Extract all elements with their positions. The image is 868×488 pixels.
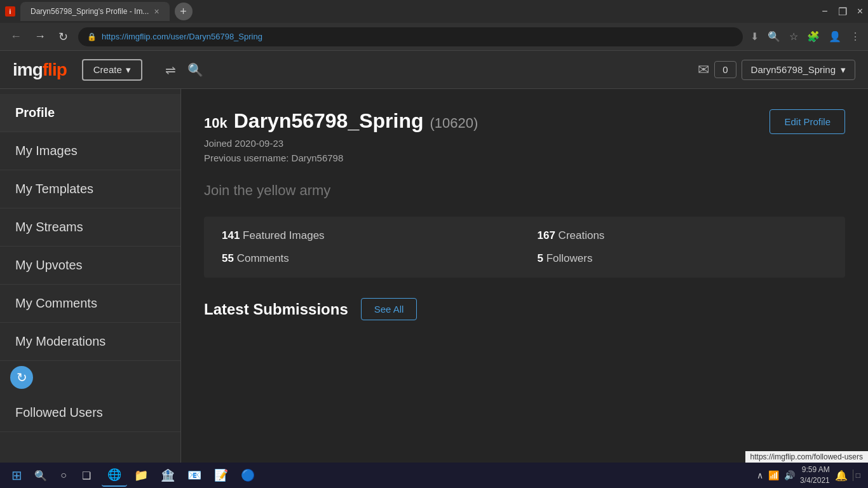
maximize-button[interactable]: ❐ (838, 6, 847, 18)
sidebar-item-followed-users[interactable]: Followed Users (0, 394, 180, 432)
logo-img-text: img (13, 60, 43, 79)
lock-icon: 🔒 (87, 32, 97, 41)
logo-flip-text: flip (43, 60, 67, 79)
url-input[interactable]: 🔒 https://imgflip.com/user/Daryn56798_Sp… (78, 27, 743, 46)
close-button[interactable]: × (857, 6, 863, 18)
browser-titlebar: i Daryn56798_Spring's Profile - Im... × … (0, 0, 868, 23)
spinner-icon[interactable]: ↻ (10, 366, 33, 389)
download-icon[interactable]: ⬇ (750, 30, 759, 43)
task-view-button[interactable]: ❑ (76, 465, 97, 485)
latest-submissions-title: Latest Submissions (204, 301, 348, 318)
store-icon: 🏦 (161, 468, 175, 482)
status-url: https://imgflip.com/followed-users (750, 452, 863, 461)
sidebar-item-my-images[interactable]: My Images (0, 132, 180, 170)
cortana-icon: ○ (60, 470, 67, 481)
refresh-button[interactable]: ↻ (56, 27, 71, 46)
explorer-icon: 📁 (134, 468, 148, 482)
systray-volume-icon: 🔊 (784, 470, 795, 480)
stat-featured-images: 141 Featured Images (222, 229, 512, 242)
browser-favicon: i (5, 6, 15, 17)
taskbar-right: ∧ 📶 🔊 9:59 AM 3/4/2021 🔔 □ (757, 464, 863, 486)
systray: ∧ 📶 🔊 (757, 470, 795, 480)
systray-up-icon[interactable]: ∧ (757, 470, 763, 480)
taskbar-date: 3/4/2021 (800, 475, 830, 486)
app-logo[interactable]: imgflip (13, 60, 67, 80)
see-all-button[interactable]: See All (361, 298, 417, 320)
header-right: ✉ 0 Daryn56798_Spring ▾ (698, 60, 855, 80)
taskbar-apps: 🌐 📁 🏦 📧 📝 🔵 (102, 464, 261, 487)
shuffle-icon[interactable]: ⇌ (165, 62, 176, 78)
taskbar-clock[interactable]: 9:59 AM 3/4/2021 (800, 464, 830, 486)
search-icon[interactable]: 🔍 (187, 62, 203, 78)
task-view-icon: ❑ (82, 470, 91, 482)
taskbar-cortana-button[interactable]: ○ (53, 465, 74, 485)
profile-title: 10k Daryn56798_Spring (10620) (204, 109, 478, 133)
sidebar-item-my-moderations[interactable]: My Moderations (0, 323, 180, 361)
start-icon: ⊞ (11, 468, 22, 483)
user-dropdown-arrow: ▾ (841, 64, 846, 76)
previous-username: Previous username: Daryn56798 (204, 152, 478, 163)
stat-followers: 5 Followers (538, 252, 828, 265)
notification-center-button[interactable]: 🔔 (835, 470, 848, 482)
browser-toolbar-icons: ⬇ 🔍 ☆ 🧩 👤 ⋮ (750, 30, 860, 43)
profile-info: 10k Daryn56798_Spring (10620) Joined 202… (204, 109, 478, 167)
status-bar: https://imgflip.com/followed-users (745, 451, 868, 463)
header-icons: ⇌ 🔍 (165, 62, 203, 78)
url-display: https://imgflip.com/user/Daryn56798_Spri… (102, 32, 262, 41)
minimize-button[interactable]: − (822, 6, 827, 18)
sidebar-item-my-comments[interactable]: My Comments (0, 285, 180, 323)
menu-icon[interactable]: ⋮ (850, 30, 860, 43)
tab-close-button[interactable]: × (154, 6, 159, 17)
taskbar-search-button[interactable]: 🔍 (31, 465, 51, 485)
profile-username: Daryn56798_Spring (234, 109, 424, 133)
joined-date: Joined 2020-09-23 (204, 138, 478, 149)
sidebar-item-my-upvotes[interactable]: My Upvotes (0, 247, 180, 285)
user-menu[interactable]: Daryn56798_Spring ▾ (742, 60, 855, 80)
taskbar: ⊞ 🔍 ○ ❑ 🌐 📁 🏦 📧 📝 🔵 ∧ 📶 🔊 (0, 463, 868, 488)
bookmark-icon[interactable]: ☆ (789, 30, 798, 43)
browser-tab[interactable]: Daryn56798_Spring's Profile - Im... × (20, 2, 170, 21)
taskbar-app-edge[interactable]: 🌐 (102, 464, 127, 487)
sidebar-spinner-container: ↻ (0, 366, 180, 389)
taskbar-app-explorer[interactable]: 📁 (128, 464, 154, 487)
edge-icon: 🌐 (107, 468, 121, 482)
taskbar-app-notepad[interactable]: 📝 (208, 464, 234, 487)
profile-meta: Joined 2020-09-23 Previous username: Dar… (204, 138, 478, 163)
taskbar-search-icon: 🔍 (34, 470, 47, 482)
extensions-icon[interactable]: 🧩 (807, 30, 820, 43)
sidebar-item-my-templates[interactable]: My Templates (0, 170, 180, 208)
profile-header: 10k Daryn56798_Spring (10620) Joined 202… (204, 109, 845, 167)
main-layout: Profile My Images My Templates My Stream… (0, 89, 868, 463)
window-controls: − ❐ × (822, 6, 863, 18)
notification-badge[interactable]: 0 (714, 61, 736, 78)
forward-button[interactable]: → (32, 27, 48, 46)
chrome-icon: 🔵 (241, 468, 255, 482)
main-content: 10k Daryn56798_Spring (10620) Joined 202… (181, 89, 868, 463)
profile-score: (10620) (430, 115, 478, 132)
new-tab-button[interactable]: + (175, 3, 193, 20)
show-desktop-button[interactable]: □ (853, 470, 863, 481)
taskbar-app-mail[interactable]: 📧 (182, 464, 207, 487)
edit-profile-button[interactable]: Edit Profile (770, 109, 845, 134)
profile-icon[interactable]: 👤 (829, 30, 841, 43)
stats-box: 141 Featured Images 167 Creations 55 Com… (204, 217, 845, 278)
address-bar: ← → ↻ 🔒 https://imgflip.com/user/Daryn56… (0, 23, 868, 51)
zoom-icon[interactable]: 🔍 (768, 30, 780, 43)
app-header: imgflip Create ▾ ⇌ 🔍 ✉ 0 Daryn56798_Spri… (0, 51, 868, 89)
mail-icon[interactable]: ✉ (698, 62, 709, 78)
profile-rank: 10k (204, 115, 227, 132)
sidebar-item-profile[interactable]: Profile (0, 94, 180, 132)
sidebar-item-my-streams[interactable]: My Streams (0, 208, 180, 247)
taskbar-app-store[interactable]: 🏦 (155, 464, 180, 487)
mail-taskbar-icon: 📧 (187, 468, 201, 482)
start-button[interactable]: ⊞ (5, 464, 28, 487)
profile-bio: Join the yellow army (204, 182, 845, 199)
taskbar-time: 9:59 AM (800, 464, 830, 475)
notepad-icon: 📝 (214, 468, 228, 482)
taskbar-app-chrome[interactable]: 🔵 (235, 464, 261, 487)
back-button[interactable]: ← (8, 27, 24, 46)
sidebar: Profile My Images My Templates My Stream… (0, 89, 181, 463)
stat-creations: 167 Creations (538, 229, 828, 242)
stat-comments: 55 Comments (222, 252, 512, 265)
create-button[interactable]: Create ▾ (82, 59, 142, 81)
